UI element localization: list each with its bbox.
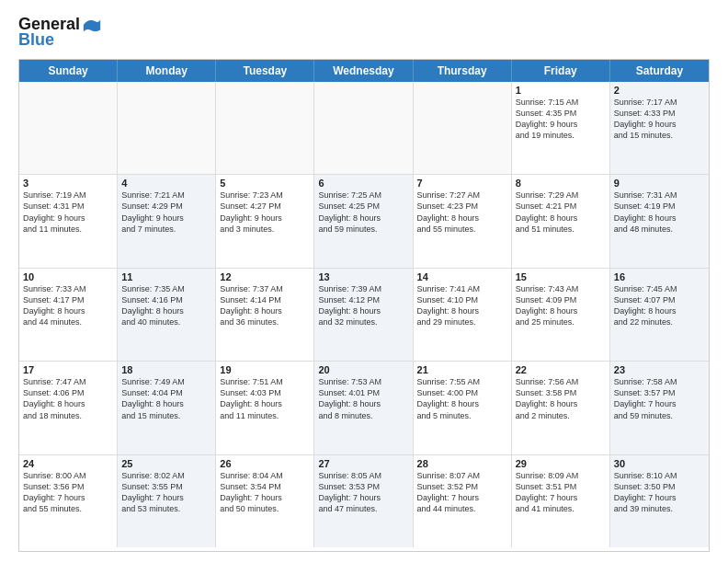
calendar-header: SundayMondayTuesdayWednesdayThursdayFrid… (19, 60, 709, 82)
day-number: 28 (417, 458, 507, 469)
cal-cell: 9Sunrise: 7:31 AM Sunset: 4:19 PM Daylig… (610, 175, 709, 267)
cal-cell: 15Sunrise: 7:43 AM Sunset: 4:09 PM Dayli… (512, 269, 610, 361)
header: General Blue (18, 15, 710, 50)
day-info: Sunrise: 8:09 AM Sunset: 3:51 PM Dayligh… (516, 470, 606, 515)
cal-cell: 11Sunrise: 7:35 AM Sunset: 4:16 PM Dayli… (118, 269, 216, 361)
day-number: 7 (417, 178, 507, 189)
page: General Blue SundayMondayTuesdayWednesda… (0, 0, 728, 563)
day-info: Sunrise: 8:04 AM Sunset: 3:54 PM Dayligh… (220, 470, 310, 515)
day-info: Sunrise: 7:39 AM Sunset: 4:12 PM Dayligh… (318, 283, 408, 328)
day-number: 6 (318, 178, 408, 189)
header-day-sunday: Sunday (19, 60, 118, 82)
cal-cell: 27Sunrise: 8:05 AM Sunset: 3:53 PM Dayli… (314, 455, 413, 547)
cal-cell: 25Sunrise: 8:02 AM Sunset: 3:55 PM Dayli… (118, 455, 216, 547)
header-day-saturday: Saturday (610, 60, 709, 82)
cal-cell: 1Sunrise: 7:15 AM Sunset: 4:35 PM Daylig… (512, 82, 610, 174)
cal-cell: 4Sunrise: 7:21 AM Sunset: 4:29 PM Daylig… (118, 175, 216, 267)
day-info: Sunrise: 7:53 AM Sunset: 4:01 PM Dayligh… (318, 376, 408, 421)
day-info: Sunrise: 7:21 AM Sunset: 4:29 PM Dayligh… (121, 190, 211, 235)
day-number: 30 (614, 458, 705, 469)
day-info: Sunrise: 7:31 AM Sunset: 4:19 PM Dayligh… (614, 190, 705, 235)
day-number: 1 (516, 85, 606, 96)
cal-cell (216, 82, 314, 174)
cal-cell: 21Sunrise: 7:55 AM Sunset: 4:00 PM Dayli… (414, 362, 512, 454)
day-number: 17 (23, 364, 113, 375)
day-info: Sunrise: 7:15 AM Sunset: 4:35 PM Dayligh… (516, 97, 606, 142)
calendar-week-4: 17Sunrise: 7:47 AM Sunset: 4:06 PM Dayli… (19, 362, 709, 454)
header-day-friday: Friday (512, 60, 610, 82)
cal-cell: 29Sunrise: 8:09 AM Sunset: 3:51 PM Dayli… (512, 455, 610, 547)
header-day-tuesday: Tuesday (216, 60, 314, 82)
day-number: 21 (417, 364, 507, 375)
day-info: Sunrise: 7:51 AM Sunset: 4:03 PM Dayligh… (220, 376, 310, 421)
cal-cell: 17Sunrise: 7:47 AM Sunset: 4:06 PM Dayli… (19, 362, 118, 454)
day-info: Sunrise: 7:29 AM Sunset: 4:21 PM Dayligh… (516, 190, 606, 235)
day-info: Sunrise: 8:10 AM Sunset: 3:50 PM Dayligh… (614, 470, 705, 515)
cal-cell: 22Sunrise: 7:56 AM Sunset: 3:58 PM Dayli… (512, 362, 610, 454)
day-number: 3 (23, 178, 113, 189)
day-number: 23 (614, 364, 705, 375)
day-info: Sunrise: 7:17 AM Sunset: 4:33 PM Dayligh… (614, 97, 705, 142)
day-info: Sunrise: 7:49 AM Sunset: 4:04 PM Dayligh… (121, 376, 211, 421)
cal-cell: 18Sunrise: 7:49 AM Sunset: 4:04 PM Dayli… (118, 362, 216, 454)
cal-cell (414, 82, 512, 174)
day-info: Sunrise: 7:41 AM Sunset: 4:10 PM Dayligh… (417, 283, 507, 328)
cal-cell: 2Sunrise: 7:17 AM Sunset: 4:33 PM Daylig… (610, 82, 709, 174)
day-info: Sunrise: 7:23 AM Sunset: 4:27 PM Dayligh… (220, 190, 310, 235)
day-info: Sunrise: 7:19 AM Sunset: 4:31 PM Dayligh… (23, 190, 113, 235)
cal-cell (118, 82, 216, 174)
day-info: Sunrise: 7:47 AM Sunset: 4:06 PM Dayligh… (23, 376, 113, 421)
day-info: Sunrise: 7:43 AM Sunset: 4:09 PM Dayligh… (516, 283, 606, 328)
day-number: 26 (220, 458, 310, 469)
day-number: 12 (220, 271, 310, 282)
cal-cell: 5Sunrise: 7:23 AM Sunset: 4:27 PM Daylig… (216, 175, 314, 267)
logo-icon (82, 15, 102, 35)
header-day-monday: Monday (118, 60, 216, 82)
day-info: Sunrise: 7:25 AM Sunset: 4:25 PM Dayligh… (318, 190, 408, 235)
cal-cell (314, 82, 413, 174)
day-number: 2 (614, 85, 705, 96)
day-number: 19 (220, 364, 310, 375)
day-info: Sunrise: 7:27 AM Sunset: 4:23 PM Dayligh… (417, 190, 507, 235)
day-number: 18 (121, 364, 211, 375)
day-number: 5 (220, 178, 310, 189)
cal-cell: 10Sunrise: 7:33 AM Sunset: 4:17 PM Dayli… (19, 269, 118, 361)
day-number: 10 (23, 271, 113, 282)
cal-cell: 12Sunrise: 7:37 AM Sunset: 4:14 PM Dayli… (216, 269, 314, 361)
day-info: Sunrise: 7:33 AM Sunset: 4:17 PM Dayligh… (23, 283, 113, 328)
cal-cell: 28Sunrise: 8:07 AM Sunset: 3:52 PM Dayli… (414, 455, 512, 547)
day-info: Sunrise: 8:02 AM Sunset: 3:55 PM Dayligh… (121, 470, 211, 515)
logo-text-blue: Blue (18, 31, 54, 50)
calendar-week-3: 10Sunrise: 7:33 AM Sunset: 4:17 PM Dayli… (19, 269, 709, 362)
day-number: 27 (318, 458, 408, 469)
cal-cell: 13Sunrise: 7:39 AM Sunset: 4:12 PM Dayli… (314, 269, 413, 361)
day-info: Sunrise: 7:56 AM Sunset: 3:58 PM Dayligh… (516, 376, 606, 421)
calendar-week-1: 1Sunrise: 7:15 AM Sunset: 4:35 PM Daylig… (19, 82, 709, 175)
day-number: 29 (516, 458, 606, 469)
day-number: 16 (614, 271, 705, 282)
day-number: 15 (516, 271, 606, 282)
day-number: 25 (121, 458, 211, 469)
day-number: 22 (516, 364, 606, 375)
calendar-week-5: 24Sunrise: 8:00 AM Sunset: 3:56 PM Dayli… (19, 455, 709, 547)
day-info: Sunrise: 8:07 AM Sunset: 3:52 PM Dayligh… (417, 470, 507, 515)
cal-cell (19, 82, 118, 174)
day-info: Sunrise: 7:55 AM Sunset: 4:00 PM Dayligh… (417, 376, 507, 421)
calendar-body: 1Sunrise: 7:15 AM Sunset: 4:35 PM Daylig… (19, 82, 709, 547)
cal-cell: 26Sunrise: 8:04 AM Sunset: 3:54 PM Dayli… (216, 455, 314, 547)
day-number: 9 (614, 178, 705, 189)
day-info: Sunrise: 7:35 AM Sunset: 4:16 PM Dayligh… (121, 283, 211, 328)
day-info: Sunrise: 8:00 AM Sunset: 3:56 PM Dayligh… (23, 470, 113, 515)
header-day-thursday: Thursday (414, 60, 512, 82)
day-number: 13 (318, 271, 408, 282)
cal-cell: 14Sunrise: 7:41 AM Sunset: 4:10 PM Dayli… (414, 269, 512, 361)
cal-cell: 7Sunrise: 7:27 AM Sunset: 4:23 PM Daylig… (414, 175, 512, 267)
header-day-wednesday: Wednesday (314, 60, 413, 82)
cal-cell: 23Sunrise: 7:58 AM Sunset: 3:57 PM Dayli… (610, 362, 709, 454)
cal-cell: 8Sunrise: 7:29 AM Sunset: 4:21 PM Daylig… (512, 175, 610, 267)
cal-cell: 30Sunrise: 8:10 AM Sunset: 3:50 PM Dayli… (610, 455, 709, 547)
day-info: Sunrise: 7:37 AM Sunset: 4:14 PM Dayligh… (220, 283, 310, 328)
cal-cell: 20Sunrise: 7:53 AM Sunset: 4:01 PM Dayli… (314, 362, 413, 454)
day-info: Sunrise: 8:05 AM Sunset: 3:53 PM Dayligh… (318, 470, 408, 515)
day-number: 4 (121, 178, 211, 189)
